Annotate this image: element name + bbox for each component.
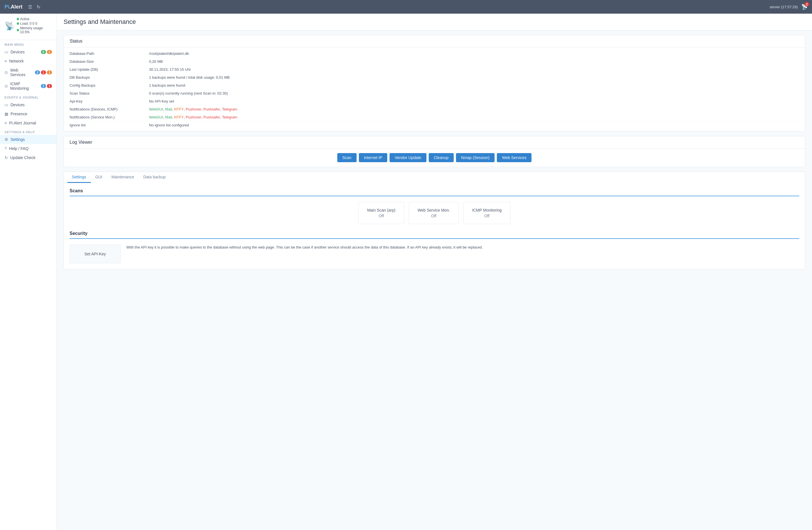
scan-box-icmp-status: Off — [472, 214, 502, 218]
sidebar-item-web-services[interactable]: ⊙ Web Services 2 1 1 — [0, 66, 57, 79]
status-val-dbsize: 0,26 MB — [149, 59, 163, 63]
log-btn-vendor-update[interactable]: Vendor Update — [390, 153, 426, 162]
memory-dot — [17, 29, 19, 31]
sidebar-item-update-check[interactable]: ↻ Update Check — [0, 153, 57, 162]
devices-journal-icon: ▭ — [4, 102, 8, 107]
load-dot — [17, 23, 19, 25]
status-key-dbpath: Database-Path — [70, 52, 149, 56]
status-val-lastupdate: 30.11.2023, 17:55:15 Uhr — [149, 67, 191, 72]
events-label: EVENTS & JOURNAL — [0, 93, 57, 100]
tab-maintenance[interactable]: Maintenance — [107, 172, 139, 183]
status-row-scanstatus: Scan Status 0 scan(s) currently running … — [64, 89, 805, 97]
tab-settings[interactable]: Settings — [67, 172, 91, 183]
sidebar: 📡 Active Load: 0 0 0 Memory usage: 10.5%… — [0, 14, 57, 530]
notif-pushsafer: Pushsafer — [203, 107, 220, 111]
content-area: Settings and Maintenance Status Database… — [57, 14, 812, 530]
status-key-notif-devices: Notifications (Devices, ICMP) — [70, 107, 149, 111]
sidebar-item-network[interactable]: ≡ Network — [0, 57, 57, 66]
scan-box-main-name: Main Scan (arp) — [367, 208, 395, 213]
security-description: With the API key it is possible to make … — [126, 245, 799, 250]
devices-badge-green: 5 — [41, 50, 46, 54]
status-key-notif-service: Notifications (Service Mon.) — [70, 115, 149, 119]
active-label: Active — [20, 17, 30, 21]
scan-box-webservice[interactable]: Web Service Mon. Off — [409, 202, 459, 224]
log-btn-internet-ip[interactable]: Internet IP — [359, 153, 388, 162]
router-icon: 📡 — [4, 21, 14, 31]
web-services-icon: ⊙ — [4, 70, 8, 75]
log-btn-nmap[interactable]: Nmap (Session) — [456, 153, 495, 162]
brand-pi: Pi — [4, 4, 9, 10]
sidebar-item-settings[interactable]: ⚙ Settings — [0, 135, 57, 144]
refresh-icon[interactable]: ↻ — [37, 4, 40, 10]
status-val-dbpath: /root/pialert/db/pialert.db — [149, 52, 189, 56]
log-btn-cleanup[interactable]: Cleanup — [429, 153, 454, 162]
status-row-dbsize: Database-Size 0,26 MB — [64, 58, 805, 66]
status-key-ignorelist: Ignore list — [70, 123, 149, 127]
sidebar-item-pialert-journal[interactable]: ≡ Pi.Alert Journal — [0, 118, 57, 128]
status-val-notif-devices: WebGUI, Mail, NTFY, Pushover, Pushsafer,… — [149, 107, 237, 111]
sidebar-icmp-label: ICMP Monitoring — [10, 82, 39, 90]
ws-badge-red: 1 — [41, 70, 46, 74]
sidebar-status: 📡 Active Load: 0 0 0 Memory usage: 10.5% — [0, 14, 57, 40]
settings-icon: ⚙ — [4, 137, 8, 142]
notification-bell[interactable]: 📡 2 — [801, 4, 808, 10]
load-label: Load: 0 0 0 — [20, 22, 37, 26]
sidebar-pialert-journal-label: Pi.Alert Journal — [9, 121, 52, 125]
network-icon: ≡ — [4, 59, 7, 63]
tabs-bar: Settings GUI Maintenance Data backup — [63, 172, 805, 183]
tab-data-backup[interactable]: Data backup — [139, 172, 170, 183]
status-val-notif-service: WebGUI, Mail, NTFY, Pushover, Pushsafer,… — [149, 115, 237, 119]
set-apikey-label: Set API-Key — [84, 252, 106, 256]
scan-box-main[interactable]: Main Scan (arp) Off — [358, 202, 404, 224]
status-row-apikey: Api-Key No API-Key set — [64, 97, 805, 105]
status-val-configbackups: 1 backups were found — [149, 83, 185, 87]
icmp-badge-red: 1 — [47, 84, 52, 88]
ws-badge-blue: 2 — [35, 70, 40, 74]
tab-gui[interactable]: GUI — [91, 172, 107, 183]
tabs-content: Scans Main Scan (arp) Off Web Service Mo… — [63, 183, 805, 269]
status-key-dbbackups: DB Backups — [70, 75, 149, 80]
menu-icon[interactable]: ☰ — [28, 4, 32, 10]
status-row-notif-service: Notifications (Service Mon.) WebGUI, Mai… — [64, 113, 805, 121]
scan-box-main-status: Off — [367, 214, 395, 218]
status-val-scanstatus: 0 scan(s) currently running (next Scan i… — [149, 91, 228, 96]
sidebar-presence-label: Presence — [11, 112, 52, 116]
set-apikey-button[interactable]: Set API-Key — [70, 245, 121, 263]
active-dot — [17, 18, 19, 20]
sidebar-item-help-faq[interactable]: ? Help / FAQ — [0, 144, 57, 153]
page-title: Settings and Maintenance — [63, 18, 805, 26]
log-btn-scan[interactable]: Scan — [337, 153, 357, 162]
svc-webgui: WebGUI — [149, 115, 163, 119]
status-key-apikey: Api-Key — [70, 99, 149, 103]
status-row-configbackups: Config Backups 1 backups were found — [64, 82, 805, 89]
update-icon: ↻ — [4, 155, 8, 160]
app-brand[interactable]: Pi.Alert — [4, 4, 23, 10]
log-btn-web-services[interactable]: Web Services — [497, 153, 532, 162]
scan-box-webservice-name: Web Service Mon. — [418, 208, 450, 213]
sidebar-item-devices[interactable]: ▭ Devices 5 1 — [0, 47, 57, 57]
status-row-dbpath: Database-Path /root/pialert/db/pialert.d… — [64, 50, 805, 58]
brand-alert: .Alert — [9, 4, 23, 10]
scan-box-webservice-status: Off — [418, 214, 450, 218]
settings-label: SETTINGS & HELP — [0, 128, 57, 135]
security-section-title: Security — [70, 231, 799, 239]
svc-telegram: Telegram — [222, 115, 237, 119]
status-section: Status Database-Path /root/pialert/db/pi… — [63, 35, 805, 131]
sidebar-network-label: Network — [9, 59, 52, 63]
pialert-journal-icon: ≡ — [4, 121, 7, 125]
sidebar-item-presence[interactable]: ▦ Presence — [0, 109, 57, 118]
security-row: Set API-Key With the API key it is possi… — [70, 245, 799, 263]
notif-webgui: WebGUI — [149, 107, 163, 111]
status-key-lastupdate: Last Update (DB) — [70, 67, 149, 72]
help-icon: ? — [4, 146, 7, 151]
sidebar-devices-label: Devices — [11, 50, 39, 54]
log-viewer-buttons: Scan Internet IP Vendor Update Cleanup N… — [64, 148, 805, 167]
sidebar-item-icmp[interactable]: ⊙ ICMP Monitoring 2 1 — [0, 79, 57, 93]
status-row-dbbackups: DB Backups 1 backups were found / total … — [64, 74, 805, 82]
notif-ntfy: NTFY — [174, 107, 184, 111]
svc-ntfy: NTFY — [174, 115, 184, 119]
ws-badge-orange: 1 — [47, 70, 52, 74]
sidebar-item-devices-journal[interactable]: ▭ Devices — [0, 100, 57, 109]
devices-icon: ▭ — [4, 50, 8, 54]
scan-box-icmp[interactable]: ICMP Monitoring Off — [463, 202, 510, 224]
